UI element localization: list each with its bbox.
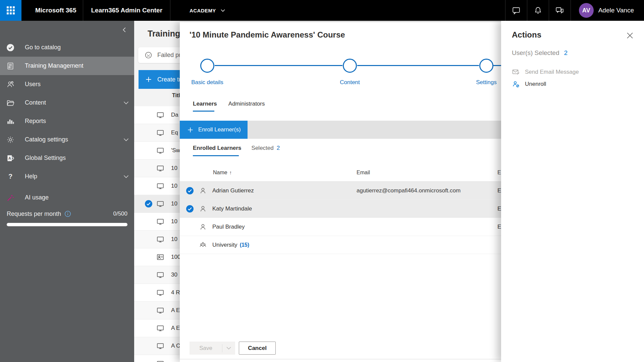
step-settings-label[interactable]: Settings xyxy=(476,79,496,86)
step-basic-details-circle[interactable] xyxy=(200,59,214,73)
monitor-icon xyxy=(156,289,164,297)
avatar[interactable]: AV xyxy=(579,3,594,18)
course-type-icon xyxy=(156,164,164,172)
app-title: Learn365 Admin Center xyxy=(83,7,170,14)
actions-panel: Actions User(s) Selected 2 Send Email Me… xyxy=(501,21,644,362)
save-button[interactable]: Save xyxy=(190,342,235,355)
person-card-icon xyxy=(156,253,164,261)
subtab-selected[interactable]: Selected 2 xyxy=(252,145,280,152)
learner-name: University xyxy=(212,242,237,248)
info-icon[interactable] xyxy=(64,210,71,217)
save-label: Save xyxy=(190,345,222,352)
person-icon xyxy=(199,187,207,195)
learner-type-icon xyxy=(199,223,207,231)
course-type-icon xyxy=(156,253,164,261)
training-row-title: 4 R xyxy=(171,289,180,296)
course-type-icon xyxy=(156,182,164,190)
course-type-icon xyxy=(156,306,164,314)
step-content-label[interactable]: Content xyxy=(340,79,360,86)
step-settings-circle[interactable] xyxy=(479,59,493,73)
requests-value: 0/500 xyxy=(113,210,127,217)
app-launcher-button[interactable] xyxy=(0,0,21,21)
sidebar-item-label: Content xyxy=(25,99,123,106)
send-email-label: Send Email Message xyxy=(525,69,579,75)
training-row-title: Eq xyxy=(171,129,178,136)
training-row-title: A C xyxy=(171,343,180,349)
feedback-button[interactable] xyxy=(549,0,571,21)
title-column-header[interactable]: Titl xyxy=(172,93,180,99)
close-panel-button[interactable] xyxy=(626,32,634,40)
sidebar-item-ai-usage[interactable]: AI usage xyxy=(0,188,134,207)
notifications-button[interactable] xyxy=(527,0,549,21)
training-row-title: A E xyxy=(171,325,180,331)
sidebar-item-icon: A xyxy=(6,154,15,163)
selected-label: Selected xyxy=(252,145,274,152)
requests-label: Requests per month xyxy=(7,210,61,218)
row-checkbox[interactable] xyxy=(186,187,194,194)
tenant-dropdown[interactable]: ACADEMY xyxy=(190,8,225,13)
reports-icon xyxy=(6,117,15,126)
send-email-action[interactable]: Send Email Message xyxy=(512,68,579,76)
row-checkbox[interactable] xyxy=(186,205,194,213)
unenroll-label: Unenroll xyxy=(525,81,546,87)
name-column-header[interactable]: Name↑ xyxy=(213,170,232,176)
training-row-title: Da xyxy=(171,112,178,118)
sidebar-item-label: Global Settings xyxy=(25,155,129,162)
requests-row: Requests per month 0/500 xyxy=(0,210,134,218)
sidebar: Go to catalog Training Man xyxy=(0,21,134,362)
step-basic-details-label[interactable]: Basic details xyxy=(191,79,223,86)
monitor-icon xyxy=(156,235,164,243)
topbar-divider xyxy=(170,0,170,21)
learner-name: Adrian Gutierrez xyxy=(212,187,254,194)
ai-usage-section: AI usage Requests per month 0/500 xyxy=(0,188,134,226)
stepper-line xyxy=(215,65,342,66)
bell-icon xyxy=(534,6,542,15)
truncated-cell: E xyxy=(497,187,501,194)
monitor-icon xyxy=(156,306,164,314)
sidebar-item-label: Users xyxy=(25,81,129,88)
unenroll-action[interactable]: Unenroll xyxy=(512,80,579,88)
ai-usage-label: AI usage xyxy=(25,194,129,201)
sidebar-item[interactable]: Training Management xyxy=(0,57,134,75)
course-type-icon xyxy=(156,324,164,332)
monitor-icon xyxy=(156,164,164,172)
learner-email: agutierrez@compafi464.onmicrosoft.com xyxy=(357,187,461,194)
monitor-icon xyxy=(156,324,164,332)
cancel-button[interactable]: Cancel xyxy=(239,342,276,355)
row-selected-check-icon[interactable] xyxy=(145,200,152,207)
sidebar-item[interactable]: ? Help xyxy=(0,167,134,186)
tab-administrators[interactable]: Administrators xyxy=(228,101,265,107)
sort-ascending-icon: ↑ xyxy=(229,170,232,175)
monitor-icon xyxy=(156,218,164,226)
chevron-down-icon xyxy=(123,175,129,178)
group-icon xyxy=(199,241,207,249)
monitor-icon xyxy=(156,129,164,137)
course-type-icon xyxy=(156,235,164,243)
sidebar-item[interactable]: Go to catalog xyxy=(0,38,134,57)
requests-progress-bar xyxy=(7,223,127,226)
sidebar-item[interactable]: Users xyxy=(0,75,134,94)
sidebar-item-icon xyxy=(6,99,15,107)
enroll-learners-button[interactable]: Enroll Learner(s) xyxy=(180,121,248,139)
step-content-circle[interactable] xyxy=(343,59,357,73)
sidebar-item-icon: ? xyxy=(6,172,15,181)
email-icon xyxy=(512,68,520,76)
tab-learners[interactable]: Learners xyxy=(193,101,217,107)
sidebar-item[interactable]: Content xyxy=(0,94,134,112)
sad-face-icon xyxy=(144,51,153,59)
chat-button[interactable] xyxy=(505,0,527,21)
actions-title: Actions xyxy=(512,30,541,40)
sidebar-item[interactable]: Catalog settings xyxy=(0,130,134,149)
sidebar-item[interactable]: A Global Settings xyxy=(0,149,134,167)
sidebar-item[interactable]: Reports xyxy=(0,112,134,130)
subtab-enrolled-learners[interactable]: Enrolled Learners xyxy=(193,145,241,152)
monitor-icon xyxy=(156,200,164,208)
sidebar-nav: Go to catalog Training Man xyxy=(0,38,134,186)
help-icon: ? xyxy=(8,173,12,180)
sidebar-collapse-button[interactable] xyxy=(120,25,129,34)
save-options-button[interactable] xyxy=(222,342,235,355)
monitor-icon xyxy=(156,342,164,350)
training-row-title: 100 xyxy=(171,254,180,260)
email-column-header[interactable]: Email xyxy=(357,170,370,176)
plus-icon xyxy=(145,76,152,83)
